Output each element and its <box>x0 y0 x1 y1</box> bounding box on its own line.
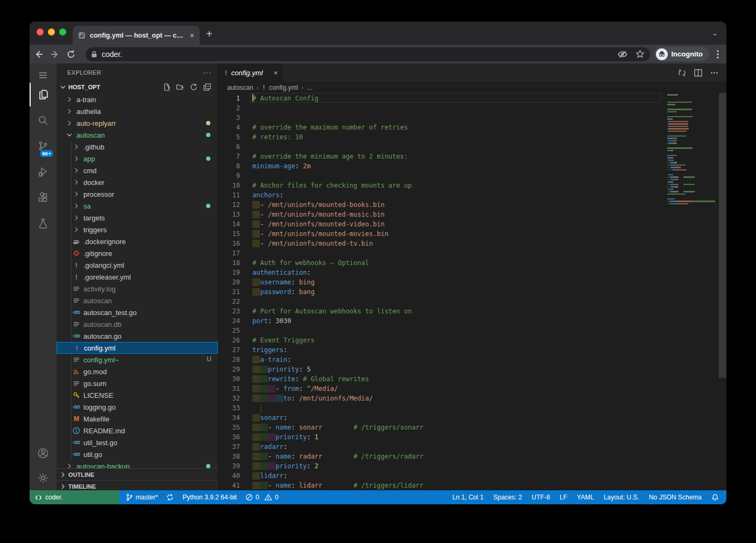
tree-item-auto-replyarr[interactable]: auto-replyarr <box>56 117 218 129</box>
code-line-8[interactable]: 8minimum-age: 2m <box>218 161 726 170</box>
code-line-28[interactable]: 28 a-train: <box>218 354 726 364</box>
indentation-status[interactable]: Spaces: 2 <box>493 494 522 501</box>
outline-section-header[interactable]: OUTLINE <box>56 468 218 480</box>
json-schema-status[interactable]: No JSON Schema <box>649 494 702 501</box>
tree-item-app[interactable]: app <box>56 153 218 165</box>
tree-item-config-yml[interactable]: !config.yml <box>56 342 218 354</box>
code-line-20[interactable]: 20 username: bing <box>218 277 726 287</box>
tree-item-autoscan-test-go[interactable]: autoscan_test.go <box>56 306 218 318</box>
code-line-29[interactable]: 29 priority: 5 <box>218 364 726 374</box>
minimap[interactable] <box>667 94 719 208</box>
bookmark-star-icon[interactable] <box>635 49 645 59</box>
tree-item-authelia[interactable]: authelia <box>56 105 218 117</box>
tree-item-makefile[interactable]: MMakefile <box>56 413 218 425</box>
tree-item--github[interactable]: .github <box>56 141 218 153</box>
code-line-33[interactable]: 33 <box>218 403 726 412</box>
explorer-view-button[interactable] <box>30 83 56 106</box>
code-line-39[interactable]: 39 priority: 2 <box>218 461 726 470</box>
encoding-status[interactable]: UTF-8 <box>532 494 550 501</box>
code-line-21[interactable]: 21 password: bang <box>218 287 726 296</box>
code-line-17[interactable]: 17 <box>218 248 726 258</box>
code-line-14[interactable]: 14 - /mnt/unionfs/mounted-video.bin <box>218 219 726 228</box>
tree-item-autoscan[interactable]: autoscan <box>56 129 218 141</box>
code-line-36[interactable]: 36 priority: 1 <box>218 432 726 441</box>
source-control-view-button[interactable]: 9K+ <box>30 134 56 158</box>
tree-item--gitignore[interactable]: .gitignore <box>56 247 218 259</box>
tree-item--dockerignore[interactable]: .dockerignore <box>56 235 218 247</box>
code-line-37[interactable]: 37 radarr: <box>218 441 726 451</box>
tree-item-util-test-go[interactable]: util_test.go <box>56 437 218 448</box>
breadcrumb-file[interactable]: config.yml <box>269 84 298 91</box>
minimize-window-button[interactable] <box>48 28 55 35</box>
keyboard-layout-status[interactable]: Layout: U.S. <box>604 494 639 501</box>
code-line-40[interactable]: 40 lidarr: <box>218 470 726 480</box>
code-line-30[interactable]: 30 rewrite: # Global rewrites <box>218 374 726 383</box>
code-line-31[interactable]: 31 - from: ^/Media/ <box>218 383 726 393</box>
code-editor[interactable]: 1# Autoscan Config234# override the maxi… <box>218 93 726 490</box>
code-line-27[interactable]: 27triggers: <box>218 345 726 354</box>
code-line-12[interactable]: 12 - /mnt/unionfs/mounted-books.bin <box>218 199 726 209</box>
new-tab-button[interactable]: + <box>206 28 213 39</box>
code-line-16[interactable]: 16 - /mnt/unionfs/mounted-tv.bin <box>218 238 726 248</box>
tree-item-go-mod[interactable]: go.mod <box>56 366 218 377</box>
code-line-4[interactable]: 4# override the maximum number of retrie… <box>218 122 726 132</box>
new-file-button[interactable] <box>162 83 171 91</box>
cursor-position-status[interactable]: Ln 1, Col 1 <box>453 494 484 501</box>
code-line-10[interactable]: 10# Anchor files for checking mounts are… <box>218 180 726 190</box>
git-branch-status[interactable]: master* <box>126 494 158 501</box>
forward-button[interactable] <box>50 49 66 59</box>
editor-scrollbar[interactable] <box>719 93 726 378</box>
workspace-section-header[interactable]: HOST_OPT <box>56 81 218 93</box>
url-bar[interactable]: coder. <box>86 47 650 61</box>
open-changes-icon[interactable] <box>677 68 687 77</box>
editor-tab-config-yml[interactable]: ! config.yml × <box>218 63 283 82</box>
tree-item-sa[interactable]: sa <box>56 200 218 212</box>
code-line-7[interactable]: 7# override the minimum age to 2 minutes… <box>218 151 726 161</box>
python-interpreter-status[interactable]: Python 3.9.2 64-bit <box>182 494 237 501</box>
tree-item-util-go[interactable]: util.go <box>56 448 218 460</box>
code-line-5[interactable]: 5# retries: 10 <box>218 132 726 141</box>
settings-gear-button[interactable] <box>30 466 56 490</box>
browser-menu-button[interactable] <box>717 49 719 59</box>
code-line-18[interactable]: 18# Auth for webhooks — Optional <box>218 258 726 267</box>
tab-close-icon[interactable]: × <box>190 32 194 39</box>
code-line-38[interactable]: 38 - name: radarr # /triggers/radarr <box>218 451 726 461</box>
code-line-19[interactable]: 19authentication: <box>218 267 726 277</box>
code-line-25[interactable]: 25 <box>218 325 726 335</box>
new-folder-button[interactable] <box>176 83 185 91</box>
browser-tab[interactable]: config.yml — host_opt — code × <box>73 26 200 45</box>
code-line-24[interactable]: 24port: 3030 <box>218 316 726 325</box>
tree-item-autoscan-db[interactable]: autoscan.db <box>56 318 218 330</box>
tree-item-a-train[interactable]: a-train <box>56 94 218 105</box>
code-line-41[interactable]: 41 - name: lidarr # /triggers/lidarr <box>218 480 726 490</box>
tree-item-go-sum[interactable]: go.sum <box>56 377 218 389</box>
tree-item-activity-log[interactable]: activity.log <box>56 283 218 295</box>
tree-item--goreleaser-yml[interactable]: !.goreleaser.yml <box>56 271 218 283</box>
code-line-15[interactable]: 15 - /mnt/unionfs/mounted-movies.bin <box>218 228 726 238</box>
accounts-button[interactable] <box>30 441 56 465</box>
code-line-3[interactable]: 3 <box>218 112 726 122</box>
eye-off-icon[interactable] <box>617 50 628 59</box>
problems-status[interactable]: 0 0 <box>245 494 278 501</box>
code-line-22[interactable]: 22 <box>218 296 726 306</box>
tree-item--golangci-yml[interactable]: !.golangci.yml <box>56 259 218 271</box>
more-actions-icon[interactable] <box>710 68 719 77</box>
tree-item-autoscan[interactable]: autoscan <box>56 295 218 306</box>
run-debug-view-button[interactable] <box>30 160 56 184</box>
tree-item-license[interactable]: LICENSE <box>56 389 218 401</box>
collapse-folders-button[interactable] <box>203 83 211 91</box>
tree-item-docker[interactable]: docker <box>56 176 218 188</box>
remote-indicator[interactable]: coder. <box>30 490 119 504</box>
refresh-button[interactable] <box>189 83 198 91</box>
code-line-32[interactable]: 32 to: /mnt/unionfs/Media/ <box>218 393 726 403</box>
search-view-button[interactable] <box>30 109 56 132</box>
sync-changes-button[interactable] <box>166 494 174 501</box>
code-line-13[interactable]: 13 - /mnt/unionfs/mounted-music.bin <box>218 209 726 219</box>
tree-item-processor[interactable]: processor <box>56 188 218 200</box>
back-button[interactable] <box>34 49 50 59</box>
tree-item-triggers[interactable]: triggers <box>56 224 218 235</box>
breadcrumb-folder[interactable]: autoscan <box>227 84 253 91</box>
tree-item-autoscan-go[interactable]: autoscan.go <box>56 330 218 342</box>
code-line-34[interactable]: 34 sonarr: <box>218 412 726 422</box>
code-line-2[interactable]: 2 <box>218 103 726 112</box>
